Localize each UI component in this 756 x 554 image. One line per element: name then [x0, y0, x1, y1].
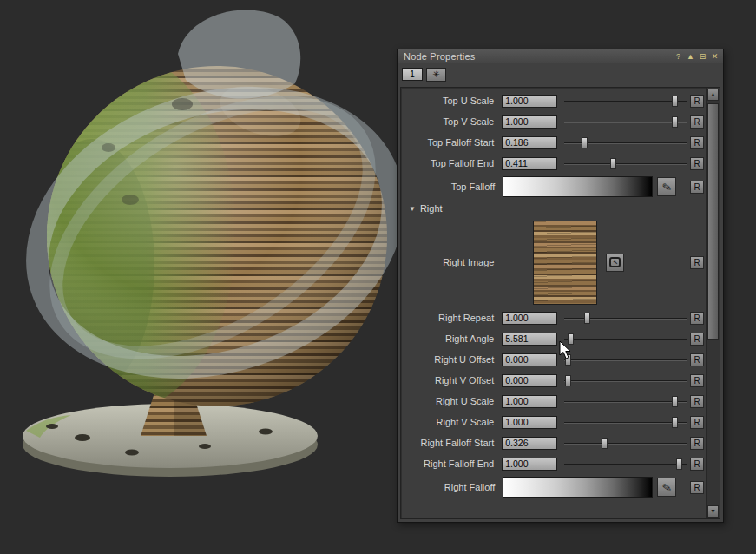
- minimize-icon[interactable]: ⊟: [697, 51, 708, 62]
- right-falloff-gradient[interactable]: [503, 477, 653, 498]
- reset-button[interactable]: R: [690, 333, 704, 346]
- param-label: Right U Offset: [403, 354, 498, 365]
- reset-button[interactable]: R: [690, 181, 704, 194]
- param-label: Top V Scale: [403, 116, 498, 127]
- slider-handle[interactable]: [672, 116, 678, 128]
- param-row-right-angle: Right Angle R: [403, 328, 704, 349]
- close-icon[interactable]: ✕: [709, 51, 720, 62]
- section-collapse-icon: ▼: [409, 205, 416, 213]
- help-icon[interactable]: ?: [673, 51, 684, 62]
- param-value-input[interactable]: [502, 374, 557, 387]
- param-value-input[interactable]: [502, 437, 557, 450]
- rollup-icon[interactable]: ▲: [685, 51, 696, 62]
- scrollbar-thumb[interactable]: [707, 103, 719, 340]
- param-slider[interactable]: [564, 394, 687, 409]
- slider-handle[interactable]: [584, 313, 590, 324]
- param-slider[interactable]: [564, 436, 687, 451]
- numeric-edit-button[interactable]: ✳: [426, 68, 446, 82]
- param-label: Right U Scale: [403, 396, 498, 406]
- slider-handle[interactable]: [676, 458, 682, 470]
- top-falloff-gradient[interactable]: [503, 176, 653, 197]
- material-preview-viewport: [0, 0, 399, 554]
- param-label: Right V Offset: [403, 375, 498, 386]
- param-value-input[interactable]: [502, 115, 557, 129]
- load-image-icon: ↖: [609, 257, 621, 267]
- reset-button[interactable]: R: [690, 353, 704, 366]
- slider-handle[interactable]: [568, 333, 574, 345]
- reset-button[interactable]: R: [690, 157, 704, 170]
- param-slider[interactable]: [564, 115, 687, 129]
- gradient-edit-button[interactable]: ✎: [657, 177, 676, 196]
- param-label: Right Image: [403, 257, 498, 267]
- reset-button[interactable]: R: [690, 458, 704, 471]
- slider-track: [564, 359, 687, 361]
- param-slider[interactable]: [564, 457, 687, 472]
- param-value-input[interactable]: [502, 157, 557, 170]
- param-slider[interactable]: [564, 332, 687, 346]
- param-value-input[interactable]: [502, 136, 557, 149]
- scroll-down-icon[interactable]: ▼: [707, 505, 719, 518]
- right-image-row: Right Image ↖ R: [403, 217, 704, 307]
- slider-handle[interactable]: [672, 396, 678, 407]
- param-label: Top Falloff End: [403, 158, 498, 168]
- param-label: Right Falloff Start: [403, 438, 498, 448]
- param-row-right-u-offset: Right U Offset R: [403, 349, 704, 370]
- param-value-input[interactable]: [502, 95, 557, 108]
- param-slider[interactable]: [564, 311, 687, 326]
- section-header-right[interactable]: ▼ Right: [403, 200, 704, 217]
- panel-titlebar[interactable]: Node Properties ? ▲ ⊟ ✕: [398, 49, 723, 63]
- slider-handle[interactable]: [565, 375, 571, 386]
- param-row-right-repeat: Right Repeat R: [403, 307, 704, 328]
- slider-handle[interactable]: [672, 417, 678, 428]
- slider-handle[interactable]: [672, 96, 678, 107]
- reset-button[interactable]: R: [690, 374, 704, 387]
- slider-track: [564, 339, 687, 340]
- vertical-scrollbar[interactable]: ▲ ▼: [706, 88, 720, 518]
- reset-button[interactable]: R: [690, 481, 704, 494]
- node-properties-panel: Node Properties ? ▲ ⊟ ✕ ✳ Top U Scale R: [397, 49, 724, 523]
- reset-button[interactable]: R: [690, 115, 704, 129]
- slider-handle[interactable]: [565, 354, 571, 366]
- node-index-field[interactable]: [402, 68, 423, 81]
- param-value-input[interactable]: [502, 353, 557, 366]
- param-slider[interactable]: [564, 156, 687, 171]
- reset-button[interactable]: R: [690, 95, 704, 108]
- param-slider[interactable]: [564, 415, 687, 430]
- numeric-edit-icon: ✳: [432, 69, 439, 79]
- right-image-thumbnail[interactable]: [533, 221, 597, 305]
- param-label: Top U Scale: [403, 96, 498, 106]
- slider-track: [564, 401, 687, 403]
- reset-button[interactable]: R: [690, 416, 704, 429]
- reset-button[interactable]: R: [690, 395, 704, 408]
- param-row-right-v-scale: Right V Scale R: [403, 412, 704, 432]
- scroll-up-icon[interactable]: ▲: [707, 89, 719, 101]
- param-label: Right Repeat: [403, 313, 498, 323]
- param-slider[interactable]: [564, 353, 687, 367]
- param-value-input[interactable]: [502, 458, 557, 471]
- reset-button[interactable]: R: [690, 437, 704, 450]
- param-row-top-falloff-end: Top Falloff End R: [403, 153, 704, 174]
- reset-button[interactable]: R: [690, 312, 704, 325]
- reset-button[interactable]: R: [690, 136, 704, 149]
- slider-track: [564, 163, 687, 165]
- load-image-button[interactable]: ↖: [606, 254, 624, 272]
- param-slider[interactable]: [564, 373, 687, 388]
- param-slider[interactable]: [564, 135, 687, 150]
- param-value-input[interactable]: [502, 333, 557, 346]
- gradient-edit-button[interactable]: ✎: [657, 478, 676, 497]
- param-slider[interactable]: [564, 94, 687, 109]
- envelope-edit-icon: ✎: [661, 180, 672, 195]
- slider-track: [564, 122, 687, 123]
- param-label: Top Falloff: [403, 181, 499, 192]
- param-value-input[interactable]: [502, 395, 557, 408]
- param-value-input[interactable]: [502, 312, 557, 325]
- reset-button[interactable]: R: [690, 256, 704, 269]
- slider-track: [564, 443, 687, 445]
- param-label: Right Falloff: [403, 482, 499, 492]
- slider-handle[interactable]: [582, 137, 588, 148]
- param-value-input[interactable]: [502, 416, 557, 429]
- param-row-right-falloff-start: Right Falloff Start R: [403, 432, 704, 453]
- slider-handle[interactable]: [610, 158, 616, 169]
- slider-track: [564, 464, 687, 465]
- slider-handle[interactable]: [602, 438, 608, 449]
